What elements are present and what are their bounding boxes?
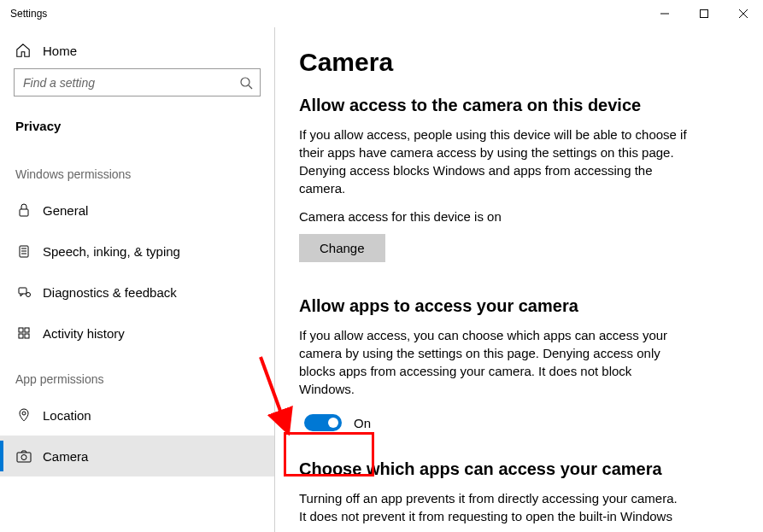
change-button[interactable]: Change xyxy=(299,234,385,262)
search-box[interactable] xyxy=(14,68,261,96)
svg-rect-6 xyxy=(20,209,28,216)
svg-line-5 xyxy=(249,85,252,89)
sidebar-item-location[interactable]: Location xyxy=(0,395,274,436)
svg-rect-18 xyxy=(17,453,31,462)
section-body: If you allow access, people using this d… xyxy=(299,126,688,197)
content-area: Camera Allow access to the camera on thi… xyxy=(275,27,763,532)
svg-rect-15 xyxy=(19,334,23,338)
location-icon xyxy=(15,408,32,422)
sidebar-group-label: App permissions xyxy=(0,354,274,395)
section-heading-app-access: Allow apps to access your camera xyxy=(299,296,739,316)
sidebar: Home Privacy Windows permissions General… xyxy=(0,27,275,532)
device-access-status: Camera access for this device is on xyxy=(299,209,739,224)
close-icon xyxy=(739,9,748,18)
sidebar-group-label: Windows permissions xyxy=(0,149,274,190)
window-title: Settings xyxy=(10,8,47,20)
sidebar-item-activity[interactable]: Activity history xyxy=(0,313,274,354)
section-body: Turning off an app prevents it from dire… xyxy=(299,489,688,525)
maximize-button[interactable] xyxy=(684,0,724,27)
titlebar: Settings xyxy=(0,0,763,27)
sidebar-item-label: Camera xyxy=(43,449,88,464)
minimize-button[interactable] xyxy=(645,0,684,27)
search-icon xyxy=(239,76,253,90)
home-label: Home xyxy=(43,44,77,58)
svg-rect-11 xyxy=(19,288,26,294)
minimize-icon xyxy=(660,9,669,18)
home-icon xyxy=(15,43,31,58)
search-input[interactable] xyxy=(15,69,231,96)
camera-icon xyxy=(15,449,32,463)
toggle-knob xyxy=(328,418,338,428)
sidebar-item-label: Activity history xyxy=(43,326,125,341)
svg-rect-14 xyxy=(25,328,29,332)
section-heading-device-access: Allow access to the camera on this devic… xyxy=(299,96,739,115)
home-nav[interactable]: Home xyxy=(0,34,274,68)
svg-rect-16 xyxy=(25,334,29,338)
svg-point-17 xyxy=(22,412,26,415)
svg-rect-13 xyxy=(19,328,23,332)
app-access-toggle-row: On xyxy=(299,410,376,436)
sidebar-item-label: Diagnostics & feedback xyxy=(43,285,177,300)
section-body: If you allow access, you can choose whic… xyxy=(299,326,688,398)
sidebar-item-diagnostics[interactable]: Diagnostics & feedback xyxy=(0,272,274,313)
current-category: Privacy xyxy=(0,107,274,149)
sidebar-item-label: Location xyxy=(43,408,91,423)
maximize-icon xyxy=(700,9,708,18)
app-access-toggle[interactable] xyxy=(304,414,342,431)
svg-point-4 xyxy=(241,78,249,86)
feedback-icon xyxy=(15,285,32,299)
toggle-state-label: On xyxy=(354,416,371,430)
svg-point-19 xyxy=(21,455,26,460)
page-title: Camera xyxy=(299,48,739,77)
sidebar-item-speech[interactable]: Speech, inking, & typing xyxy=(0,231,274,272)
svg-rect-1 xyxy=(701,10,708,18)
svg-point-12 xyxy=(26,293,31,297)
clipboard-icon xyxy=(15,244,32,258)
history-icon xyxy=(15,326,32,340)
sidebar-item-camera[interactable]: Camera xyxy=(0,436,274,476)
section-heading-choose-apps: Choose which apps can access your camera xyxy=(299,459,739,479)
close-button[interactable] xyxy=(724,0,763,27)
window-controls xyxy=(645,0,763,27)
sidebar-item-label: General xyxy=(43,203,88,218)
sidebar-item-label: Speech, inking, & typing xyxy=(43,244,180,259)
sidebar-item-general[interactable]: General xyxy=(0,190,274,231)
lock-icon xyxy=(15,203,32,217)
